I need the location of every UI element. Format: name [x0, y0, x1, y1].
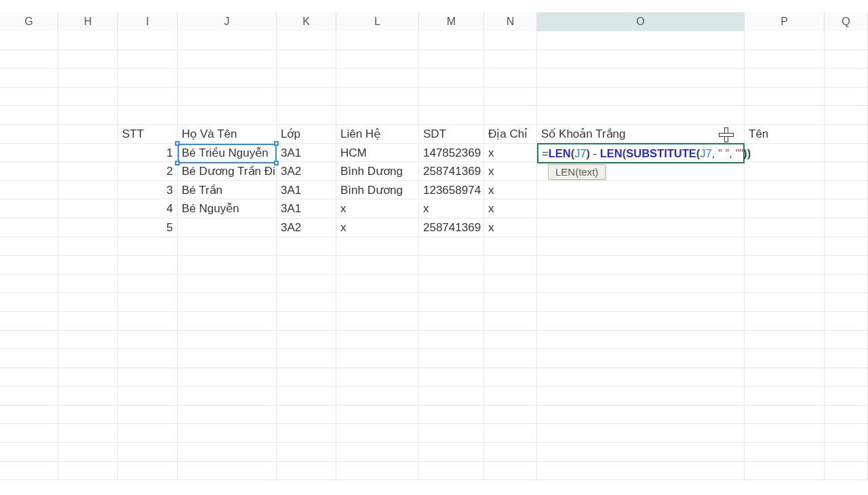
cell-sdt[interactable]: 123658974 — [419, 181, 484, 200]
cell[interactable] — [118, 256, 178, 275]
cell[interactable] — [484, 31, 537, 50]
col-header-G[interactable]: G — [0, 12, 58, 31]
cell[interactable] — [336, 68, 419, 87]
cell[interactable] — [277, 331, 336, 350]
cell[interactable] — [0, 87, 58, 106]
cell[interactable] — [745, 424, 825, 443]
cell[interactable] — [825, 87, 868, 106]
cell[interactable] — [419, 349, 484, 368]
cell[interactable] — [178, 443, 277, 462]
cell[interactable] — [178, 68, 277, 87]
cell[interactable] — [58, 293, 118, 312]
cell[interactable] — [58, 312, 118, 331]
cell[interactable] — [745, 50, 825, 69]
cell[interactable] — [825, 237, 868, 256]
cell[interactable] — [484, 50, 537, 69]
cell[interactable] — [277, 387, 336, 405]
cell[interactable] — [825, 218, 868, 237]
grid-body[interactable]: STT Họ Và Tên Lớp Liên Hệ SDT Địa Chỉ Số… — [0, 31, 868, 480]
cell[interactable] — [484, 68, 537, 87]
cell[interactable] — [825, 443, 868, 462]
cell[interactable] — [537, 312, 745, 331]
cell[interactable] — [0, 256, 58, 275]
cell[interactable] — [0, 50, 58, 69]
cell[interactable] — [118, 405, 178, 424]
cell[interactable] — [537, 106, 745, 125]
cell[interactable] — [118, 368, 178, 387]
cell[interactable] — [336, 349, 419, 368]
cell[interactable] — [178, 331, 277, 350]
cell[interactable] — [537, 368, 745, 387]
cell[interactable] — [0, 331, 58, 350]
cell[interactable] — [0, 312, 58, 331]
cell[interactable] — [419, 237, 484, 256]
cell-sdt[interactable]: x — [419, 199, 484, 218]
cell[interactable] — [58, 144, 118, 163]
cell[interactable] — [419, 68, 484, 87]
cell[interactable] — [0, 106, 58, 125]
cell[interactable] — [0, 237, 58, 256]
cell[interactable] — [825, 162, 868, 181]
cell[interactable] — [537, 237, 745, 256]
cell[interactable] — [336, 387, 419, 405]
header-diachi[interactable]: Địa Chỉ — [484, 125, 537, 144]
cell[interactable] — [277, 312, 336, 331]
cell[interactable] — [277, 256, 336, 275]
cell[interactable] — [484, 106, 537, 125]
cell[interactable] — [419, 443, 484, 462]
cell[interactable] — [745, 443, 825, 462]
cell[interactable] — [58, 181, 118, 200]
cell[interactable] — [277, 237, 336, 256]
cell[interactable] — [745, 331, 825, 350]
cell[interactable] — [277, 368, 336, 387]
cell[interactable] — [419, 275, 484, 294]
reference-handle[interactable] — [175, 161, 180, 165]
cell[interactable] — [745, 218, 825, 237]
cell[interactable] — [336, 50, 419, 69]
cell[interactable] — [336, 331, 419, 350]
cell[interactable] — [58, 424, 118, 443]
cell[interactable] — [118, 387, 178, 405]
cell[interactable] — [58, 31, 118, 50]
cell[interactable] — [745, 462, 825, 481]
cell[interactable] — [825, 125, 868, 144]
cell[interactable] — [825, 50, 868, 69]
cell[interactable] — [484, 405, 537, 424]
cell[interactable] — [825, 331, 868, 350]
cell[interactable] — [745, 199, 825, 218]
cell[interactable] — [336, 368, 419, 387]
header-stt[interactable]: STT — [118, 125, 178, 144]
cell[interactable] — [0, 144, 58, 163]
cell[interactable] — [0, 162, 58, 181]
cell[interactable] — [118, 275, 178, 294]
cell[interactable] — [419, 256, 484, 275]
cell[interactable] — [118, 331, 178, 350]
cell[interactable] — [58, 87, 118, 106]
cell[interactable] — [178, 50, 277, 69]
cell[interactable] — [178, 312, 277, 331]
cell[interactable] — [178, 462, 277, 481]
cell[interactable] — [825, 312, 868, 331]
cell[interactable] — [0, 368, 58, 387]
col-header-P[interactable]: P — [745, 12, 825, 31]
active-cell-editor[interactable]: =LEN(J7) - LEN(SUBSTITUTE(J7, " ", "")) — [537, 143, 745, 163]
cell[interactable] — [58, 199, 118, 218]
col-header-L[interactable]: L — [336, 12, 419, 31]
cell[interactable] — [118, 237, 178, 256]
header-ten[interactable]: Tên — [745, 125, 825, 144]
cell[interactable] — [419, 387, 484, 405]
cell[interactable] — [178, 237, 277, 256]
cell[interactable] — [277, 293, 336, 312]
cell[interactable] — [745, 68, 825, 87]
cell[interactable] — [178, 349, 277, 368]
cell[interactable] — [58, 368, 118, 387]
cell-lop[interactable]: 3A2 — [277, 218, 336, 237]
cell-stt[interactable]: 4 — [118, 199, 178, 218]
col-header-N[interactable]: N — [484, 12, 537, 31]
cell[interactable] — [0, 349, 58, 368]
header-lienhe[interactable]: Liên Hệ — [336, 125, 419, 144]
cell[interactable] — [825, 181, 868, 200]
cell[interactable] — [178, 424, 277, 443]
spreadsheet-viewport[interactable]: G H I J K L M N O P Q STT — [0, 0, 868, 495]
cell[interactable] — [58, 162, 118, 181]
